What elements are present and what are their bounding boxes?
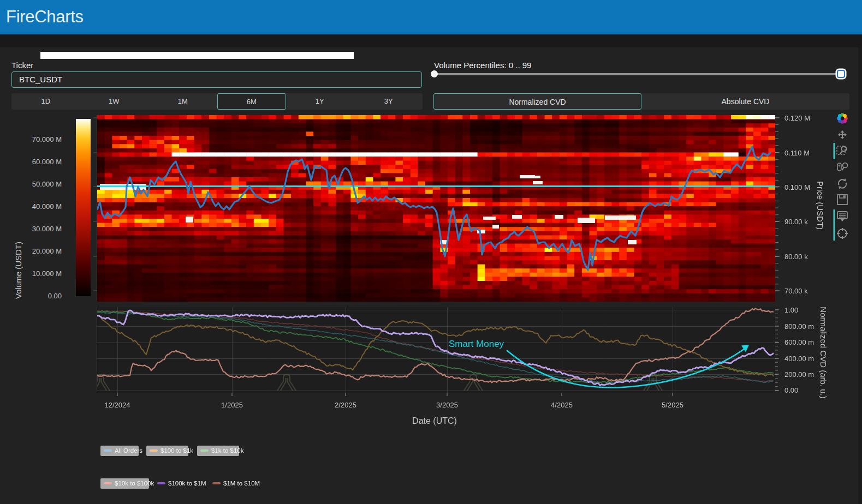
svg-text:Smart Money: Smart Money <box>449 339 504 349</box>
